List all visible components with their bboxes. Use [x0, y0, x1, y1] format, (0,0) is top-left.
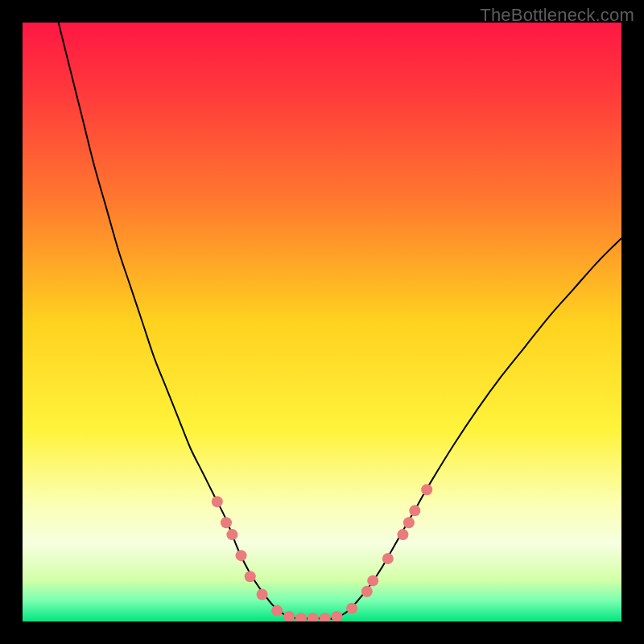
- chart-svg: [23, 23, 621, 621]
- highlight-point: [221, 517, 232, 528]
- plot-area: [23, 23, 621, 621]
- highlight-point: [403, 517, 415, 528]
- highlight-point: [421, 484, 432, 495]
- gradient-background: [23, 23, 621, 621]
- highlight-point: [397, 529, 408, 540]
- highlight-point: [346, 603, 357, 614]
- highlight-point: [257, 589, 268, 601]
- highlight-point: [271, 605, 283, 617]
- highlight-point: [382, 553, 394, 564]
- highlight-point: [409, 505, 420, 516]
- chart-frame: TheBottleneck.com: [0, 0, 644, 644]
- highlight-point: [245, 571, 256, 582]
- highlight-point: [226, 529, 237, 540]
- highlight-point: [361, 586, 373, 597]
- highlight-point: [236, 550, 247, 561]
- watermark-text: TheBottleneck.com: [480, 5, 634, 26]
- highlight-point: [367, 575, 378, 586]
- highlight-point: [212, 496, 223, 507]
